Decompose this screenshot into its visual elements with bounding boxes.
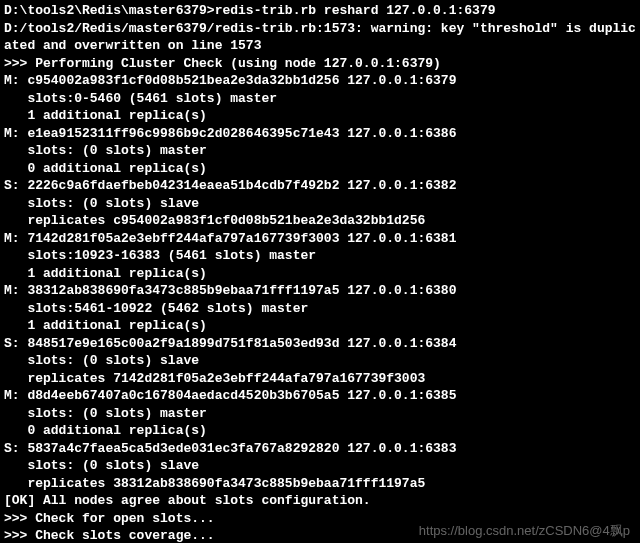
- line: M: 38312ab838690fa3473c885b9ebaa71fff119…: [4, 283, 456, 298]
- line: 1 additional replica(s): [4, 318, 207, 333]
- line: replicates 38312ab838690fa3473c885b9ebaa…: [4, 476, 425, 491]
- line: >>> Performing Cluster Check (using node…: [4, 56, 441, 71]
- line: S: 848517e9e165c00a2f9a1899d751f81a503ed…: [4, 336, 456, 351]
- line: >>> Check for open slots...: [4, 511, 215, 526]
- line: 1 additional replica(s): [4, 108, 207, 123]
- line: slots:5461-10922 (5462 slots) master: [4, 301, 308, 316]
- line: M: 7142d281f05a2e3ebff244afa797a167739f3…: [4, 231, 456, 246]
- line: M: d8d4eeb67407a0c167804aedacd4520b3b670…: [4, 388, 456, 403]
- line: M: e1ea9152311ff96c9986b9c2d028646395c71…: [4, 126, 456, 141]
- line: 0 additional replica(s): [4, 423, 207, 438]
- line: slots: (0 slots) slave: [4, 196, 199, 211]
- terminal-output[interactable]: D:\tools2\Redis\master6379>redis-trib.rb…: [0, 0, 640, 543]
- line: D:\tools2\Redis\master6379>redis-trib.rb…: [4, 3, 495, 18]
- line: slots: (0 slots) master: [4, 143, 207, 158]
- line: [OK] All nodes agree about slots configu…: [4, 493, 371, 508]
- line: slots:10923-16383 (5461 slots) master: [4, 248, 316, 263]
- line: slots: (0 slots) slave: [4, 458, 199, 473]
- line: S: 5837a4c7faea5ca5d3ede031ec3fa767a8292…: [4, 441, 456, 456]
- line: >>> Check slots coverage...: [4, 528, 215, 543]
- line: slots: (0 slots) master: [4, 406, 207, 421]
- line: slots: (0 slots) slave: [4, 353, 199, 368]
- line: replicates c954002a983f1cf0d08b521bea2e3…: [4, 213, 425, 228]
- line: replicates 7142d281f05a2e3ebff244afa797a…: [4, 371, 425, 386]
- line: slots:0-5460 (5461 slots) master: [4, 91, 277, 106]
- line: D:/tools2/Redis/master6379/redis-trib.rb…: [4, 21, 636, 54]
- line: 1 additional replica(s): [4, 266, 207, 281]
- line: 0 additional replica(s): [4, 161, 207, 176]
- line: M: c954002a983f1cf0d08b521bea2e3da32bb1d…: [4, 73, 456, 88]
- line: S: 2226c9a6fdaefbeb042314eaea51b4cdb7f49…: [4, 178, 456, 193]
